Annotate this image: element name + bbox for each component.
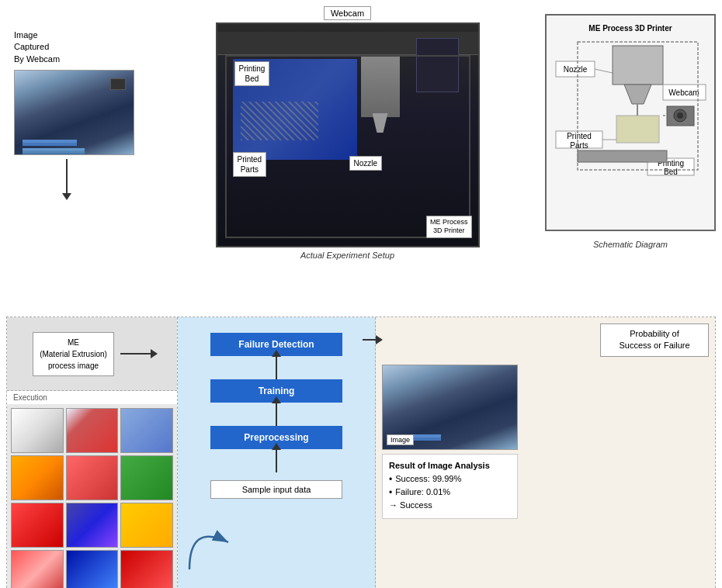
schematic-label: Schematic Diagram bbox=[547, 240, 714, 249]
bullet-failure: • bbox=[389, 487, 392, 498]
dataset-image-7 bbox=[11, 503, 64, 548]
execution-area: ME (Material Extrusion) process image bbox=[7, 317, 177, 391]
svg-rect-3 bbox=[613, 46, 663, 85]
svg-point-10 bbox=[677, 112, 683, 119]
dataset-image-4 bbox=[11, 455, 64, 500]
me-process-box: ME (Material Extrusion) process image bbox=[33, 332, 114, 376]
bullet-success: • bbox=[389, 474, 392, 485]
webcam-label: Webcam bbox=[324, 6, 371, 20]
dataset-image-12 bbox=[120, 550, 173, 588]
svg-marker-4 bbox=[624, 85, 651, 104]
execution-section-label: Execution bbox=[7, 391, 177, 404]
svg-text:Printed: Printed bbox=[567, 132, 592, 140]
main-container: Image Captured By Webcam Webcam bbox=[0, 0, 722, 588]
curved-arrow-svg bbox=[186, 519, 240, 573]
left-capture-area: Image Captured By Webcam bbox=[6, 6, 150, 293]
dataset-image-2 bbox=[66, 408, 119, 453]
svg-line-2 bbox=[595, 69, 613, 73]
right-schematic-area: ME Process 3D Printer Nozzle bbox=[545, 6, 716, 293]
detection-to-probability-arrow bbox=[363, 339, 377, 341]
result-title: Result of Image Analysis bbox=[389, 461, 511, 470]
result-conclusion-text: → Success bbox=[389, 500, 432, 510]
svg-text:Nozzle: Nozzle bbox=[564, 65, 588, 74]
bottom-right-detection: Probability of Success or Failure Image … bbox=[376, 317, 715, 588]
arrow-train-to-detect bbox=[276, 356, 277, 379]
bottom-section: ME (Material Extrusion) process image Ex… bbox=[6, 316, 716, 588]
printer-photo: Printing Bed Printed Parts Nozzle ME Pro… bbox=[216, 22, 480, 247]
dataset-image-5 bbox=[66, 455, 119, 500]
dataset-image-11 bbox=[66, 550, 119, 588]
actual-experiment-label: Actual Experiment Setup bbox=[300, 251, 394, 260]
svg-rect-20 bbox=[578, 150, 667, 162]
center-printer-area: Webcam bbox=[150, 6, 545, 293]
dataset-image-10 bbox=[11, 550, 64, 588]
result-success-text: Success: 99.99% bbox=[395, 474, 461, 483]
me-process-photo-label: ME Process 3D Printer bbox=[426, 216, 472, 238]
svg-rect-16 bbox=[616, 116, 659, 143]
result-failure-item: • Failure: 0.01% bbox=[389, 487, 511, 498]
detection-image-label: Image bbox=[387, 434, 414, 445]
arrow-preprocess-to-train bbox=[276, 403, 277, 426]
bottom-center-modelling: Failure Detection Training Preprocessing… bbox=[178, 317, 376, 588]
image-captured-label: Image Captured By Webcam bbox=[14, 29, 60, 65]
result-success-item: • Success: 99.99% bbox=[389, 474, 511, 485]
svg-text:Bed: Bed bbox=[664, 168, 678, 176]
dataset-image-1 bbox=[11, 408, 64, 453]
webcam-photo bbox=[14, 70, 134, 155]
svg-text:Parts: Parts bbox=[570, 141, 588, 150]
sample-input-box: Sample input data bbox=[210, 480, 342, 499]
dataset-image-9 bbox=[120, 503, 173, 548]
schematic-box: ME Process 3D Printer Nozzle bbox=[545, 14, 716, 231]
printing-bed-photo-label: Printing Bed bbox=[234, 61, 270, 86]
schematic-svg: Nozzle Webcam bbox=[554, 38, 710, 209]
bottom-left-area: ME (Material Extrusion) process image Ex… bbox=[7, 317, 178, 588]
bottom-wrapper: ME (Material Extrusion) process image Ex… bbox=[6, 316, 716, 588]
arrow-sample-to-preprocess bbox=[276, 449, 277, 472]
dataset-image-3 bbox=[120, 408, 173, 453]
schematic-title: ME Process 3D Printer bbox=[554, 23, 706, 34]
result-conclusion-item: → Success bbox=[389, 500, 511, 510]
detection-image: Image bbox=[382, 365, 518, 450]
image-dataset-area: Image Data Set bbox=[7, 404, 177, 588]
top-section: Image Captured By Webcam Webcam bbox=[6, 6, 716, 293]
dataset-image-8 bbox=[66, 503, 119, 548]
result-failure-text: Failure: 0.01% bbox=[395, 487, 450, 496]
dataset-image-6 bbox=[120, 455, 173, 500]
probability-box: Probability of Success or Failure bbox=[600, 323, 709, 357]
image-grid bbox=[11, 408, 173, 588]
nozzle-photo-label: Nozzle bbox=[349, 156, 383, 171]
svg-text:Webcam: Webcam bbox=[668, 88, 699, 97]
printed-parts-photo-label: Printed Parts bbox=[233, 152, 267, 177]
result-box: Result of Image Analysis • Success: 99.9… bbox=[382, 454, 518, 519]
